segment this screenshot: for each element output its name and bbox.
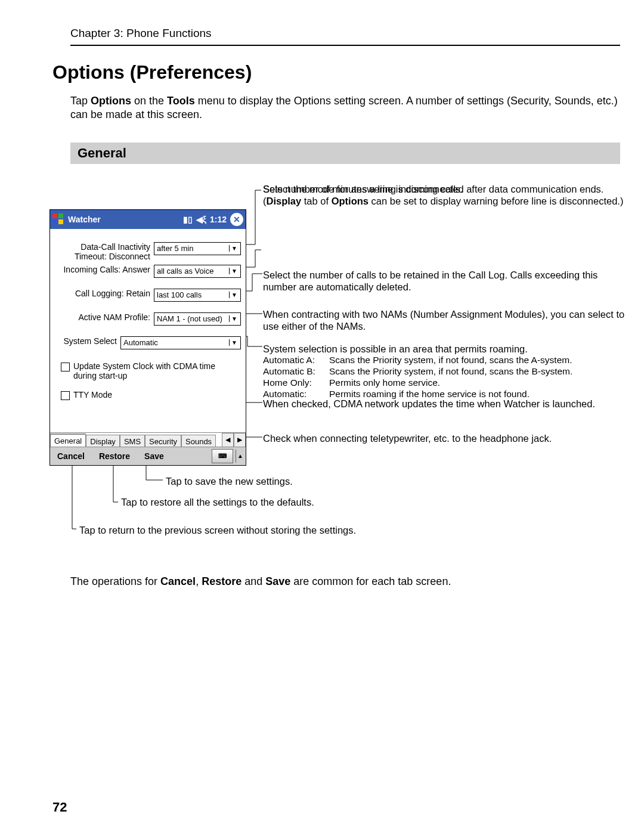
t: on the (131, 95, 167, 107)
tab-scroll-right-icon[interactable]: ▶ (234, 433, 246, 447)
dropdown-system[interactable]: Automatic▼ (120, 336, 241, 349)
clock-text: 1:12 (210, 215, 227, 224)
callout-restore: Tap to restore all the settings to the d… (121, 496, 314, 508)
speaker-icon: ◀ξ (196, 215, 206, 224)
tab-security[interactable]: Security (145, 435, 181, 448)
t: Scans the Priority system, if not found,… (329, 355, 626, 366)
section-heading-general: General (70, 143, 620, 164)
t: Tools (167, 95, 195, 107)
bottom-bar: Cancel Restore Save ⌨ ▲ (50, 447, 246, 465)
tab-sounds[interactable]: Sounds (181, 435, 216, 448)
save-button[interactable]: Save (137, 451, 171, 461)
callout-logging: Select the number of calls to be retaine… (263, 269, 626, 293)
dropdown-nam[interactable]: NAM 1 - (not used)▼ (154, 312, 241, 326)
t: Cancel (160, 575, 196, 587)
callout-incoming: Select the mode for answering incoming c… (263, 183, 626, 195)
window-title: Watcher (68, 215, 179, 224)
t: Tap (70, 95, 91, 107)
dropdown-logging[interactable]: last 100 calls▼ (154, 289, 241, 302)
v: Automatic (123, 338, 158, 347)
chevron-down-icon: ▼ (229, 339, 239, 346)
callout-clock: When checked, CDMA network updates the t… (263, 398, 626, 410)
v: all calls as Voice (157, 267, 213, 275)
t: Automatic B: (263, 366, 326, 377)
label-nam: Active NAM Profile: (50, 312, 154, 322)
checkbox-tty[interactable]: TTY Mode (61, 390, 112, 400)
t: The operations for (70, 575, 160, 587)
watcher-window: Watcher ▮▯ ◀ξ 1:12 ✕ Data-Call Inactivit… (49, 209, 246, 466)
t: Save (265, 575, 290, 587)
keyboard-icon[interactable]: ⌨ (212, 449, 233, 463)
chevron-down-icon: ▼ (229, 315, 239, 322)
chapter-header: Chapter 3: Phone Functions (70, 27, 620, 46)
up-arrow-icon[interactable]: ▲ (236, 450, 244, 463)
t: tab of (301, 196, 331, 206)
t: can be set to display warning before lin… (369, 196, 623, 206)
t: Restore (202, 575, 242, 587)
tab-general[interactable]: General (50, 433, 86, 447)
callout-cancel: Tap to return to the previous screen wit… (79, 524, 356, 536)
t: Options (91, 95, 131, 107)
t: Home Only: (263, 377, 326, 389)
chevron-down-icon: ▼ (229, 245, 239, 252)
windows-flag-icon (52, 213, 64, 225)
label-incoming: Incoming Calls: Answer (50, 265, 154, 274)
callout-tty: Check when connecting teletypewriter, et… (263, 432, 626, 444)
v: after 5 min (157, 244, 193, 253)
dropdown-inactivity[interactable]: after 5 min▼ (154, 242, 241, 255)
chevron-down-icon: ▼ (229, 268, 239, 274)
intro-paragraph: Tap Options on the Tools menu to display… (70, 94, 620, 122)
t: , (196, 575, 202, 587)
callout-nam: When contracting with two NAMs (Number A… (263, 308, 626, 332)
t: and (242, 575, 265, 587)
callout-system: System selection is possible in an area … (263, 343, 626, 400)
t: are common for each tab screen. (290, 575, 451, 587)
close-icon[interactable]: ✕ (230, 213, 243, 226)
label-system: System Select (50, 336, 120, 346)
titlebar: Watcher ▮▯ ◀ξ 1:12 ✕ (50, 210, 246, 229)
t: Options (332, 196, 369, 206)
t: Automatic A: (263, 355, 326, 366)
checkbox-icon (61, 391, 70, 400)
diagram: Watcher ▮▯ ◀ξ 1:12 ✕ Data-Call Inactivit… (49, 183, 620, 565)
checkbox-label: TTY Mode (73, 390, 112, 400)
callout-save: Tap to save the new settings. (166, 475, 293, 487)
checkbox-update-clock[interactable]: Update System Clock with CDMA time durin… (61, 361, 240, 380)
label-inactivity: Data-Call Inactivity Timeout: Disconnect (50, 242, 154, 261)
v: last 100 calls (157, 290, 202, 299)
cancel-button[interactable]: Cancel (50, 451, 92, 461)
footer-note: The operations for Cancel, Restore and S… (70, 575, 620, 588)
label-logging: Call Logging: Retain (50, 289, 154, 298)
v: NAM 1 - (not used) (157, 314, 222, 323)
t: Display (267, 196, 302, 206)
tab-strip: General Display SMS Security Sounds ◀ ▶ (50, 432, 246, 447)
page-title: Options (Preferences) (52, 61, 620, 83)
t: Permits only home service. (329, 377, 626, 389)
chevron-down-icon: ▼ (229, 292, 239, 298)
tab-sms[interactable]: SMS (120, 435, 145, 448)
restore-button[interactable]: Restore (92, 451, 137, 461)
t: System selection is possible in an area … (263, 343, 528, 354)
t: Scans the Priority system, if not found,… (329, 366, 626, 377)
tab-display[interactable]: Display (86, 435, 120, 448)
tab-scroll-left-icon[interactable]: ◀ (222, 433, 234, 447)
signal-icon: ▮▯ (183, 215, 193, 224)
checkbox-label: Update System Clock with CDMA time durin… (73, 361, 240, 380)
dropdown-incoming[interactable]: all calls as Voice▼ (154, 265, 241, 278)
checkbox-icon (61, 363, 70, 371)
page-number: 72 (52, 800, 67, 815)
